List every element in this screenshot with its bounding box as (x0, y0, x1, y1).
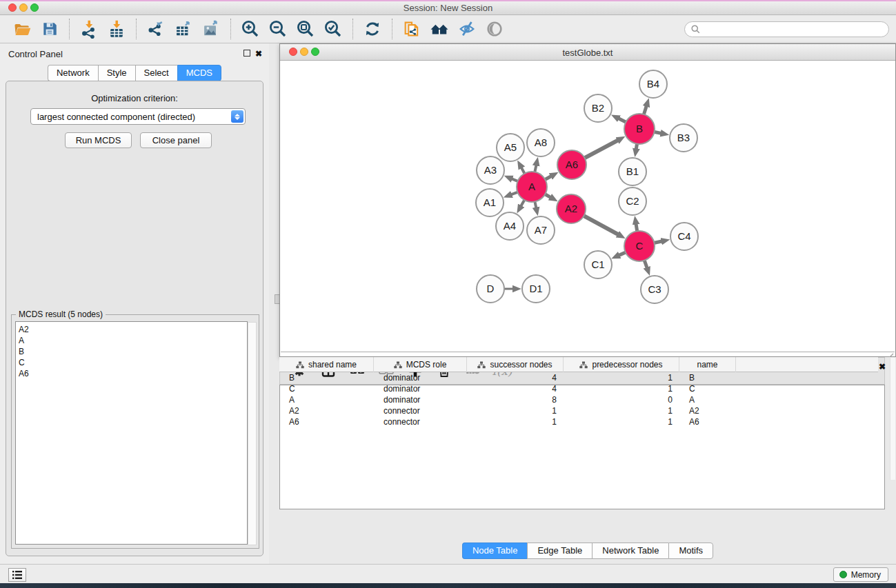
tab-motifs[interactable]: Motifs (668, 543, 713, 559)
refresh-icon[interactable] (361, 18, 384, 40)
graph-node-D1[interactable]: D1 (522, 275, 550, 303)
search-input[interactable] (701, 24, 873, 34)
column-header-predecessor-nodes[interactable]: predecessor nodes (564, 357, 679, 372)
search-box[interactable] (684, 21, 889, 37)
mcds-list-scrollbar[interactable] (248, 322, 257, 545)
close-panel-icon[interactable]: ✖ (255, 49, 262, 59)
graph-node-B[interactable]: B (624, 114, 655, 144)
column-header-MCDS-role[interactable]: MCDS role (374, 357, 467, 372)
tab-style[interactable]: Style (98, 65, 135, 81)
cell-name[interactable]: C (679, 383, 736, 394)
cell-name[interactable]: A (679, 394, 736, 405)
cell-successor-nodes[interactable]: 4 (467, 372, 564, 383)
copy-network-icon[interactable] (400, 18, 424, 40)
cell-name[interactable]: B (679, 372, 736, 383)
cell-shared-name[interactable]: C (279, 383, 374, 394)
network-canvas[interactable]: B4B2BB3A8A5A6A3B1AA1C2A2A4A7C4CC1C3DD1 (281, 61, 895, 352)
column-header-shared-name[interactable]: shared name (279, 357, 374, 372)
show-graphics-details-icon[interactable] (483, 18, 506, 40)
cell-MCDS-role[interactable]: dominator (374, 394, 467, 405)
home-view-icon[interactable] (428, 18, 451, 40)
tab-edge-table[interactable]: Edge Table (527, 543, 592, 559)
tab-network[interactable]: Network (48, 65, 98, 81)
cell-MCDS-role[interactable]: connector (374, 416, 467, 427)
zoom-fit-icon[interactable] (294, 18, 317, 40)
graph-node-C2[interactable]: C2 (619, 187, 646, 215)
export-image-icon[interactable] (199, 18, 223, 40)
graph-node-A2[interactable]: A2 (557, 194, 586, 223)
mcds-result-item[interactable]: A2 (19, 324, 247, 335)
close-panel-button[interactable]: Close panel (140, 132, 212, 148)
export-table-icon[interactable] (172, 18, 195, 40)
table-row[interactable]: Adominator80A (279, 394, 878, 405)
cell-predecessor-nodes[interactable]: 0 (564, 394, 679, 405)
mcds-result-item[interactable]: A (19, 335, 247, 346)
graph-edge-A2-C[interactable] (583, 215, 619, 235)
criterion-dropdown[interactable]: largest connected component (directed) (30, 108, 246, 125)
tab-network-table[interactable]: Network Table (592, 543, 668, 559)
column-header-name[interactable]: name (679, 357, 736, 372)
cell-name[interactable]: A2 (679, 405, 736, 416)
close-table-panel-icon[interactable]: ✖ (879, 362, 886, 372)
table-row[interactable]: A2connector11A2 (279, 405, 878, 416)
cell-successor-nodes[interactable]: 4 (467, 383, 564, 394)
graph-node-B3[interactable]: B3 (670, 124, 697, 152)
cell-shared-name[interactable]: B (279, 372, 374, 383)
graph-node-C[interactable]: C (624, 231, 655, 261)
export-network-icon[interactable] (144, 18, 168, 40)
graph-node-A8[interactable]: A8 (527, 129, 555, 156)
table-scrollbar[interactable] (890, 358, 895, 480)
cell-predecessor-nodes[interactable]: 1 (564, 405, 679, 416)
import-network-icon[interactable] (77, 18, 101, 40)
graph-node-C3[interactable]: C3 (641, 276, 668, 303)
graph-node-A6[interactable]: A6 (557, 150, 586, 179)
table-row[interactable]: A6connector11A6 (279, 416, 878, 427)
mcds-result-item[interactable]: C (19, 357, 247, 368)
cell-predecessor-nodes[interactable]: 1 (564, 416, 679, 427)
graph-node-A3[interactable]: A3 (477, 156, 504, 184)
hide-graphics-details-icon[interactable] (455, 18, 479, 40)
graph-node-B1[interactable]: B1 (619, 158, 646, 185)
cell-predecessor-nodes[interactable]: 1 (564, 383, 679, 394)
tab-select[interactable]: Select (135, 65, 177, 81)
import-table-icon[interactable] (105, 18, 128, 40)
cell-successor-nodes[interactable]: 8 (467, 394, 564, 405)
graph-node-C1[interactable]: C1 (584, 251, 612, 278)
cell-MCDS-role[interactable]: dominator (374, 383, 467, 394)
cell-shared-name[interactable]: A (279, 394, 374, 405)
mcds-result-list[interactable]: A2ABCA6 (15, 321, 248, 545)
tab-node-table[interactable]: Node Table (462, 543, 528, 559)
graph-node-C4[interactable]: C4 (670, 223, 698, 250)
column-header-successor-nodes[interactable]: successor nodes (467, 357, 564, 372)
table-row[interactable]: Bdominator41B (279, 372, 878, 383)
graph-node-B2[interactable]: B2 (584, 94, 612, 122)
graph-node-B4[interactable]: B4 (639, 70, 667, 98)
graph-edge-A6-B[interactable] (584, 140, 619, 159)
cell-MCDS-role[interactable]: connector (374, 405, 467, 416)
mcds-result-item[interactable]: A6 (19, 368, 247, 379)
graph-node-A1[interactable]: A1 (476, 189, 504, 216)
cell-shared-name[interactable]: A2 (279, 405, 374, 416)
tab-mcds[interactable]: MCDS (177, 65, 221, 81)
float-panel-icon[interactable] (243, 49, 250, 59)
memory-button[interactable]: Memory (833, 567, 888, 582)
zoom-in-icon[interactable] (239, 18, 262, 40)
cell-shared-name[interactable]: A6 (279, 416, 374, 427)
mcds-result-item[interactable]: B (19, 346, 247, 357)
cell-predecessor-nodes[interactable]: 1 (564, 372, 679, 383)
graph-node-A4[interactable]: A4 (496, 212, 524, 240)
run-mcds-button[interactable]: Run MCDS (65, 132, 132, 148)
zoom-selected-icon[interactable] (321, 18, 345, 40)
cell-MCDS-role[interactable]: dominator (374, 372, 467, 383)
open-session-icon[interactable] (10, 18, 34, 40)
table-row[interactable]: Cdominator41C (279, 383, 878, 394)
graph-node-A5[interactable]: A5 (497, 134, 524, 161)
cell-name[interactable]: A6 (679, 416, 736, 427)
graph-node-A[interactable]: A (517, 172, 547, 202)
cell-successor-nodes[interactable]: 1 (467, 416, 564, 427)
zoom-out-icon[interactable] (266, 18, 290, 40)
cell-successor-nodes[interactable]: 1 (467, 405, 564, 416)
graph-node-A7[interactable]: A7 (527, 216, 555, 244)
save-session-icon[interactable] (38, 18, 61, 40)
task-history-button[interactable] (8, 568, 26, 582)
